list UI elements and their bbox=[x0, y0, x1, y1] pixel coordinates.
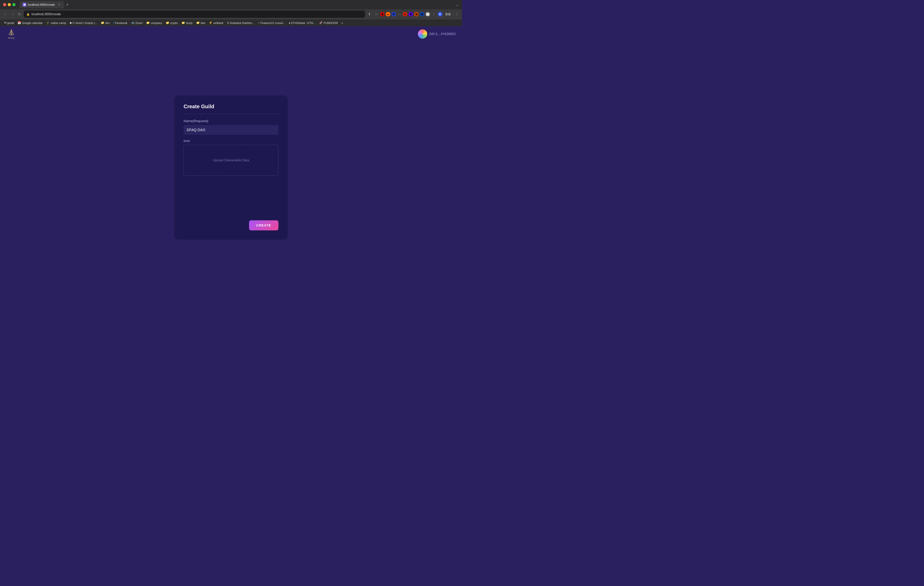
crypto-icon: 📁 bbox=[166, 21, 169, 25]
study-icon: 📁 bbox=[182, 21, 185, 25]
profile-icon[interactable]: K bbox=[438, 12, 442, 16]
bookmark-label: Feature/v2 cvoxel... bbox=[261, 21, 285, 25]
ext-icon-2[interactable]: ● bbox=[386, 12, 390, 16]
icon-form-group: Icon Upload Deliverable Data bbox=[183, 139, 279, 176]
bookmark-fundoor[interactable]: 🚀 FUNDOOR bbox=[318, 21, 340, 25]
upload-text: Upload Deliverable Data bbox=[213, 158, 249, 162]
traffic-lights bbox=[3, 3, 15, 6]
tab-title: localhost:3000/create bbox=[28, 3, 55, 6]
new-tab-button[interactable]: + bbox=[66, 2, 69, 7]
gmail-icon: ✉ bbox=[4, 21, 7, 25]
bookmark-label: ETHGlobal - ETH... bbox=[291, 21, 315, 25]
bookmark-button[interactable]: ☆ bbox=[373, 12, 379, 17]
translate-button[interactable]: 更新 bbox=[444, 12, 453, 17]
name-form-group: Name(Required) bbox=[183, 119, 279, 135]
bookmark-label: crypto bbox=[170, 21, 178, 25]
ext-icon-1[interactable]: ♟ bbox=[380, 12, 384, 16]
bookmark-dao[interactable]: 📁 dao bbox=[195, 21, 207, 25]
forward-button[interactable]: → bbox=[10, 12, 15, 17]
c-voxel-icon: ◆ bbox=[69, 21, 72, 25]
card-divider bbox=[183, 114, 279, 114]
bookmark-dev[interactable]: 📁 dev bbox=[99, 21, 111, 25]
bookmarks-more[interactable]: » bbox=[340, 21, 345, 25]
menu-button[interactable]: ⋮ bbox=[454, 12, 459, 17]
bookmark-label: company bbox=[150, 21, 162, 25]
dev-icon: 📁 bbox=[101, 21, 104, 25]
bookmark-label: gmail bbox=[7, 21, 14, 25]
share-button[interactable]: ⬆ bbox=[366, 12, 372, 17]
bookmark-label: C-Voxel | Grants |... bbox=[73, 21, 97, 25]
ethglobal-icon: ♦ bbox=[289, 21, 290, 25]
content-area: Create Guild Name(Required) Icon Upload … bbox=[0, 42, 462, 293]
active-tab[interactable]: ⬟ localhost:3000/create ✕ bbox=[20, 1, 64, 8]
name-input[interactable] bbox=[183, 125, 279, 135]
bookmark-study[interactable]: 📁 study bbox=[180, 21, 194, 25]
app-header: DFAQ DID:3:...3Y8Z6I922 bbox=[0, 26, 462, 42]
logo-text: DFAQ bbox=[8, 37, 15, 39]
ext-icon-3[interactable]: M bbox=[391, 12, 396, 16]
bookmark-crypto[interactable]: 📁 crypto bbox=[164, 21, 180, 25]
feature-icon: ⑂ bbox=[258, 21, 260, 25]
bookmarks-bar: ✉ gmail 📅 Google calendar 🎓 native camp … bbox=[0, 19, 462, 26]
more-bookmarks-icon: » bbox=[342, 21, 343, 25]
bookmark-facebook[interactable]: f Facebook bbox=[112, 21, 129, 25]
lock-icon: 🔒 bbox=[26, 13, 30, 16]
ext-icon-9[interactable]: ⬜ bbox=[426, 12, 430, 16]
substack-icon: S bbox=[227, 21, 229, 25]
bookmark-label: dao bbox=[201, 21, 205, 25]
tab-close-button[interactable]: ✕ bbox=[58, 3, 61, 7]
svg-line-5 bbox=[12, 30, 14, 35]
google-calendar-icon: 📅 bbox=[18, 21, 21, 25]
tab-list-button[interactable]: ⌄ bbox=[456, 3, 459, 7]
bookmark-gmail[interactable]: ✉ gmail bbox=[3, 21, 15, 25]
close-window-button[interactable] bbox=[3, 3, 6, 6]
maximize-window-button[interactable] bbox=[12, 3, 15, 6]
bookmark-feature[interactable]: ⑂ Feature/v2 cvoxel... bbox=[256, 21, 287, 25]
bookmark-native-camp[interactable]: 🎓 native camp bbox=[45, 21, 68, 25]
svg-line-4 bbox=[9, 30, 12, 35]
ext-icon-6[interactable]: A bbox=[408, 12, 413, 16]
native-camp-icon: 🎓 bbox=[46, 21, 50, 25]
bookmark-company[interactable]: 📁 company bbox=[145, 21, 164, 25]
user-info: DID:3:...3Y8Z6I922 bbox=[418, 30, 456, 39]
company-icon: 📁 bbox=[146, 21, 150, 25]
app-logo: DFAQ bbox=[6, 29, 16, 39]
bookmark-label: FUNDOOR bbox=[323, 21, 338, 25]
address-bar[interactable]: 🔒 localhost:3000/create bbox=[24, 11, 365, 18]
back-button[interactable]: ← bbox=[3, 12, 8, 17]
bookmark-ethglobal[interactable]: ♦ ETHGlobal - ETH... bbox=[287, 21, 317, 25]
bookmark-label: Substack Dashbo... bbox=[230, 21, 254, 25]
app-area: DFAQ DID:3:...3Y8Z6I922 Create Guild Nam… bbox=[0, 26, 462, 293]
create-button[interactable]: CREATE bbox=[249, 221, 279, 230]
bookmark-label: dev bbox=[105, 21, 110, 25]
ext-icon-8[interactable]: ⊕ bbox=[420, 12, 424, 16]
ext-icon-4[interactable]: ⬛ bbox=[397, 12, 402, 16]
bookmark-zoom[interactable]: 📹 Zoom bbox=[129, 21, 144, 25]
bookmark-label: Google calendar bbox=[22, 21, 43, 25]
logo-icon: DFAQ bbox=[6, 29, 16, 39]
create-guild-card: Create Guild Name(Required) Icon Upload … bbox=[174, 95, 288, 240]
browser-chrome: ⬟ localhost:3000/create ✕ + ⌄ ← → ↻ 🔒 lo… bbox=[0, 0, 462, 26]
extensions-button[interactable]: ⋮ bbox=[431, 12, 437, 17]
bookmark-label: Facebook bbox=[115, 21, 127, 25]
bookmark-netbank[interactable]: ⚡ netbank bbox=[207, 21, 225, 25]
browser-titlebar: ⬟ localhost:3000/create ✕ + ⌄ bbox=[0, 0, 462, 9]
bookmark-label: Zoom bbox=[135, 21, 143, 25]
logo-svg bbox=[7, 29, 16, 36]
zoom-icon: 📹 bbox=[131, 21, 135, 25]
netbank-icon: ⚡ bbox=[209, 21, 213, 25]
bookmark-c-voxel[interactable]: ◆ C-Voxel | Grants |... bbox=[68, 21, 99, 25]
reload-button[interactable]: ↻ bbox=[17, 12, 22, 17]
tab-bar: ⬟ localhost:3000/create ✕ + ⌄ bbox=[20, 1, 459, 8]
card-title: Create Guild bbox=[183, 104, 279, 110]
user-did-text: DID:3:...3Y8Z6I922 bbox=[429, 32, 456, 36]
url-text: localhost:3000/create bbox=[31, 12, 363, 16]
ext-icon-7[interactable]: ⊞ bbox=[414, 12, 419, 16]
ext-icon-5[interactable]: ● bbox=[403, 12, 408, 16]
minimize-window-button[interactable] bbox=[8, 3, 11, 6]
bookmark-substack[interactable]: S Substack Dashbo... bbox=[226, 21, 256, 25]
bookmark-google-calendar[interactable]: 📅 Google calendar bbox=[16, 21, 45, 25]
upload-area[interactable]: Upload Deliverable Data bbox=[183, 145, 279, 176]
facebook-icon: f bbox=[114, 21, 114, 25]
bookmark-label: native camp bbox=[51, 21, 66, 25]
